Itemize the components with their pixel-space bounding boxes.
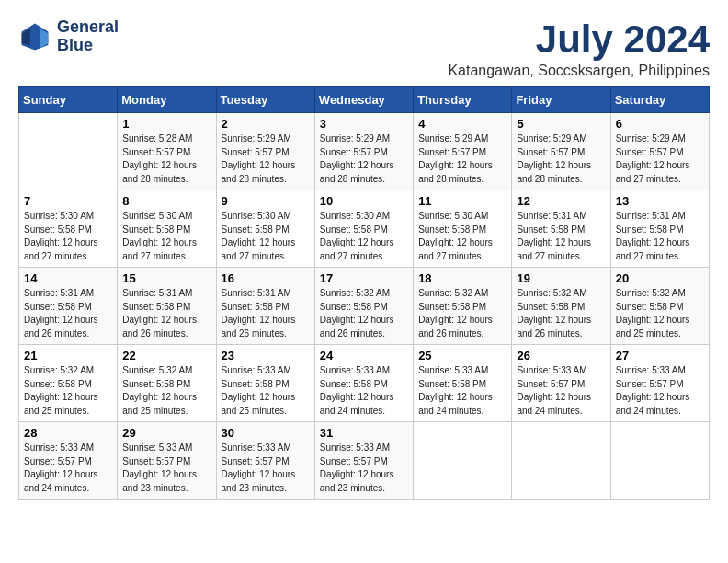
day-info: Sunrise: 5:33 AMSunset: 5:57 PMDaylight:…	[616, 364, 704, 418]
day-number: 27	[616, 349, 704, 362]
day-info: Sunrise: 5:29 AMSunset: 5:57 PMDaylight:…	[517, 132, 605, 186]
day-number: 17	[320, 271, 408, 285]
day-number: 29	[122, 426, 210, 440]
day-number: 28	[24, 426, 112, 440]
day-info: Sunrise: 5:33 AMSunset: 5:58 PMDaylight:…	[320, 364, 408, 418]
day-info: Sunrise: 5:30 AMSunset: 5:58 PMDaylight:…	[418, 210, 506, 263]
weekday-header-sunday: Sunday	[19, 87, 118, 113]
day-info: Sunrise: 5:33 AMSunset: 5:57 PMDaylight:…	[122, 442, 210, 495]
calendar-cell: 8Sunrise: 5:30 AMSunset: 5:58 PMDaylight…	[118, 190, 216, 268]
day-info: Sunrise: 5:30 AMSunset: 5:58 PMDaylight:…	[320, 210, 408, 263]
day-info: Sunrise: 5:32 AMSunset: 5:58 PMDaylight:…	[517, 287, 605, 340]
day-info: Sunrise: 5:33 AMSunset: 5:57 PMDaylight:…	[517, 364, 605, 418]
weekday-header-row: SundayMondayTuesdayWednesdayThursdayFrid…	[19, 87, 710, 113]
day-number: 24	[320, 349, 408, 362]
calendar-cell: 19Sunrise: 5:32 AMSunset: 5:58 PMDayligh…	[512, 268, 610, 345]
subtitle: Katangawan, Soccsksargen, Philippines	[448, 63, 710, 79]
calendar-week-row: 7Sunrise: 5:30 AMSunset: 5:58 PMDaylight…	[19, 190, 710, 268]
day-info: Sunrise: 5:29 AMSunset: 5:57 PMDaylight:…	[418, 132, 506, 186]
logo-text: General Blue	[57, 18, 119, 55]
day-info: Sunrise: 5:29 AMSunset: 5:57 PMDaylight:…	[320, 132, 408, 186]
calendar-cell: 14Sunrise: 5:31 AMSunset: 5:58 PMDayligh…	[19, 268, 118, 345]
calendar-cell: 31Sunrise: 5:33 AMSunset: 5:57 PMDayligh…	[314, 422, 413, 500]
day-info: Sunrise: 5:29 AMSunset: 5:57 PMDaylight:…	[616, 132, 704, 186]
calendar-cell: 24Sunrise: 5:33 AMSunset: 5:58 PMDayligh…	[314, 345, 413, 422]
calendar-cell: 28Sunrise: 5:33 AMSunset: 5:57 PMDayligh…	[19, 422, 118, 500]
day-number: 11	[418, 194, 506, 208]
calendar-cell	[414, 422, 512, 500]
page-container: General Blue July 2024 Katangawan, Soccs…	[18, 18, 710, 500]
day-number: 3	[320, 117, 408, 131]
day-number: 31	[320, 426, 408, 440]
title-block: July 2024 Katangawan, Soccsksargen, Phil…	[448, 18, 710, 79]
calendar-cell: 27Sunrise: 5:33 AMSunset: 5:57 PMDayligh…	[610, 345, 709, 422]
logo-icon	[18, 20, 51, 53]
day-number: 13	[616, 194, 704, 208]
day-info: Sunrise: 5:33 AMSunset: 5:57 PMDaylight:…	[320, 442, 408, 495]
day-info: Sunrise: 5:33 AMSunset: 5:58 PMDaylight:…	[418, 364, 506, 418]
calendar-cell: 11Sunrise: 5:30 AMSunset: 5:58 PMDayligh…	[414, 190, 512, 268]
day-number: 2	[222, 117, 310, 131]
calendar-cell: 6Sunrise: 5:29 AMSunset: 5:57 PMDaylight…	[610, 113, 709, 190]
weekday-header-monday: Monday	[118, 87, 216, 113]
calendar-cell: 7Sunrise: 5:30 AMSunset: 5:58 PMDaylight…	[19, 190, 118, 268]
calendar-cell: 2Sunrise: 5:29 AMSunset: 5:57 PMDaylight…	[216, 113, 314, 190]
day-info: Sunrise: 5:30 AMSunset: 5:58 PMDaylight:…	[122, 210, 210, 263]
calendar-cell: 22Sunrise: 5:32 AMSunset: 5:58 PMDayligh…	[118, 345, 216, 422]
day-info: Sunrise: 5:30 AMSunset: 5:58 PMDaylight:…	[222, 210, 310, 263]
day-info: Sunrise: 5:33 AMSunset: 5:57 PMDaylight:…	[24, 442, 112, 495]
calendar-cell: 16Sunrise: 5:31 AMSunset: 5:58 PMDayligh…	[216, 268, 314, 345]
day-number: 5	[517, 117, 605, 131]
day-number: 15	[122, 271, 210, 285]
calendar-cell: 20Sunrise: 5:32 AMSunset: 5:58 PMDayligh…	[610, 268, 709, 345]
logo: General Blue	[18, 18, 119, 55]
calendar-cell: 10Sunrise: 5:30 AMSunset: 5:58 PMDayligh…	[314, 190, 413, 268]
calendar-cell: 12Sunrise: 5:31 AMSunset: 5:58 PMDayligh…	[512, 190, 610, 268]
calendar-cell: 30Sunrise: 5:33 AMSunset: 5:57 PMDayligh…	[216, 422, 314, 500]
day-info: Sunrise: 5:33 AMSunset: 5:58 PMDaylight:…	[222, 364, 310, 418]
day-number: 16	[222, 271, 310, 285]
day-info: Sunrise: 5:31 AMSunset: 5:58 PMDaylight:…	[222, 287, 310, 340]
calendar-cell: 29Sunrise: 5:33 AMSunset: 5:57 PMDayligh…	[118, 422, 216, 500]
calendar-cell: 9Sunrise: 5:30 AMSunset: 5:58 PMDaylight…	[216, 190, 314, 268]
calendar-week-row: 28Sunrise: 5:33 AMSunset: 5:57 PMDayligh…	[19, 422, 710, 500]
weekday-header-saturday: Saturday	[610, 87, 709, 113]
day-number: 12	[517, 194, 605, 208]
weekday-header-wednesday: Wednesday	[314, 87, 413, 113]
day-info: Sunrise: 5:32 AMSunset: 5:58 PMDaylight:…	[418, 287, 506, 340]
day-info: Sunrise: 5:31 AMSunset: 5:58 PMDaylight:…	[122, 287, 210, 340]
calendar-cell: 21Sunrise: 5:32 AMSunset: 5:58 PMDayligh…	[19, 345, 118, 422]
calendar-cell: 1Sunrise: 5:28 AMSunset: 5:57 PMDaylight…	[118, 113, 216, 190]
day-number: 4	[418, 117, 506, 131]
day-number: 25	[418, 349, 506, 362]
calendar-cell: 5Sunrise: 5:29 AMSunset: 5:57 PMDaylight…	[512, 113, 610, 190]
calendar-week-row: 21Sunrise: 5:32 AMSunset: 5:58 PMDayligh…	[19, 345, 710, 422]
day-info: Sunrise: 5:32 AMSunset: 5:58 PMDaylight:…	[122, 364, 210, 418]
main-title: July 2024	[448, 18, 710, 61]
day-info: Sunrise: 5:33 AMSunset: 5:57 PMDaylight:…	[222, 442, 310, 495]
day-number: 6	[616, 117, 704, 131]
day-info: Sunrise: 5:31 AMSunset: 5:58 PMDaylight:…	[517, 210, 605, 263]
day-number: 19	[517, 271, 605, 285]
calendar-cell: 13Sunrise: 5:31 AMSunset: 5:58 PMDayligh…	[610, 190, 709, 268]
calendar-cell: 23Sunrise: 5:33 AMSunset: 5:58 PMDayligh…	[216, 345, 314, 422]
day-number: 30	[222, 426, 310, 440]
calendar-week-row: 14Sunrise: 5:31 AMSunset: 5:58 PMDayligh…	[19, 268, 710, 345]
day-number: 7	[24, 194, 112, 208]
calendar-cell: 18Sunrise: 5:32 AMSunset: 5:58 PMDayligh…	[414, 268, 512, 345]
calendar-cell	[512, 422, 610, 500]
day-number: 18	[418, 271, 506, 285]
calendar-table: SundayMondayTuesdayWednesdayThursdayFrid…	[18, 86, 710, 500]
calendar-cell	[610, 422, 709, 500]
day-info: Sunrise: 5:31 AMSunset: 5:58 PMDaylight:…	[616, 210, 704, 263]
day-number: 22	[122, 349, 210, 362]
calendar-cell	[19, 113, 118, 190]
day-number: 20	[616, 271, 704, 285]
weekday-header-thursday: Thursday	[414, 87, 512, 113]
weekday-header-tuesday: Tuesday	[216, 87, 314, 113]
day-info: Sunrise: 5:32 AMSunset: 5:58 PMDaylight:…	[320, 287, 408, 340]
calendar-cell: 15Sunrise: 5:31 AMSunset: 5:58 PMDayligh…	[118, 268, 216, 345]
calendar-cell: 17Sunrise: 5:32 AMSunset: 5:58 PMDayligh…	[314, 268, 413, 345]
day-info: Sunrise: 5:28 AMSunset: 5:57 PMDaylight:…	[122, 132, 210, 186]
calendar-week-row: 1Sunrise: 5:28 AMSunset: 5:57 PMDaylight…	[19, 113, 710, 190]
